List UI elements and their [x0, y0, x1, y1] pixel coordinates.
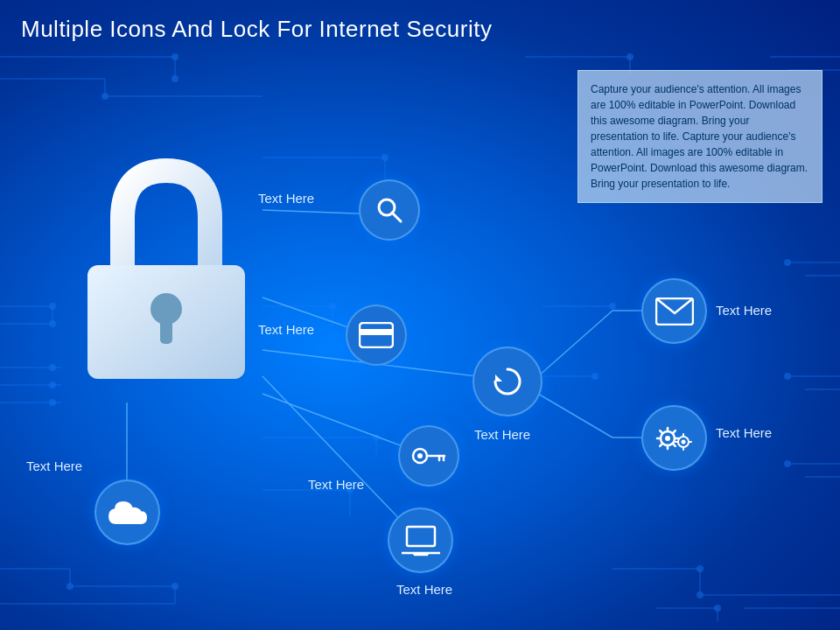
- page-title: Multiple Icons And Lock For Internet Sec…: [21, 16, 492, 43]
- key-label: Text Here: [308, 477, 364, 492]
- card-icon-circle[interactable]: [346, 304, 407, 366]
- svg-line-102: [673, 430, 676, 433]
- key-icon-circle[interactable]: [398, 425, 459, 486]
- svg-line-79: [392, 213, 401, 221]
- svg-line-101: [673, 444, 676, 446]
- info-text: Capture your audience's attention. All i…: [591, 83, 808, 190]
- svg-point-50: [626, 53, 634, 60]
- svg-point-43: [172, 75, 178, 82]
- search-icon-circle[interactable]: [359, 179, 420, 241]
- gear-label: Text Here: [716, 425, 772, 440]
- svg-point-57: [696, 592, 704, 598]
- svg-rect-88: [407, 527, 435, 546]
- gear-icon-circle[interactable]: [641, 405, 707, 471]
- search-label: Text Here: [258, 191, 314, 206]
- svg-point-60: [329, 303, 336, 310]
- svg-rect-77: [160, 319, 172, 344]
- email-label: Text Here: [716, 303, 772, 318]
- refresh-icon-circle[interactable]: [472, 346, 542, 416]
- laptop-icon-circle[interactable]: [388, 508, 453, 573]
- laptop-label: Text Here: [396, 582, 452, 597]
- lock-icon: [70, 153, 262, 389]
- svg-point-45: [49, 303, 56, 310]
- svg-point-61: [609, 303, 616, 310]
- svg-point-53: [784, 460, 791, 467]
- svg-point-42: [172, 53, 178, 60]
- email-icon-circle[interactable]: [641, 278, 707, 344]
- svg-point-95: [665, 436, 670, 441]
- svg-point-52: [784, 373, 791, 380]
- svg-point-49: [49, 399, 56, 406]
- svg-line-100: [660, 430, 662, 433]
- svg-line-103: [660, 444, 662, 446]
- svg-point-46: [49, 320, 56, 327]
- cloud-label: Text Here: [26, 458, 82, 473]
- svg-point-48: [49, 382, 56, 388]
- svg-point-51: [784, 259, 791, 266]
- svg-point-56: [696, 565, 704, 572]
- svg-point-58: [714, 605, 721, 612]
- svg-point-44: [102, 93, 108, 100]
- svg-point-47: [49, 364, 56, 371]
- svg-rect-81: [360, 329, 393, 335]
- svg-point-54: [66, 583, 74, 590]
- svg-point-55: [172, 583, 178, 590]
- card-label: Text Here: [258, 322, 314, 337]
- svg-point-59: [382, 154, 388, 161]
- svg-point-63: [373, 434, 380, 441]
- svg-point-62: [592, 373, 598, 380]
- svg-point-84: [417, 453, 423, 458]
- info-box: Capture your audience's attention. All i…: [578, 70, 822, 203]
- svg-marker-82: [495, 374, 502, 382]
- cloud-icon-circle[interactable]: [94, 480, 160, 545]
- svg-point-105: [681, 439, 685, 444]
- refresh-label: Text Here: [474, 427, 530, 442]
